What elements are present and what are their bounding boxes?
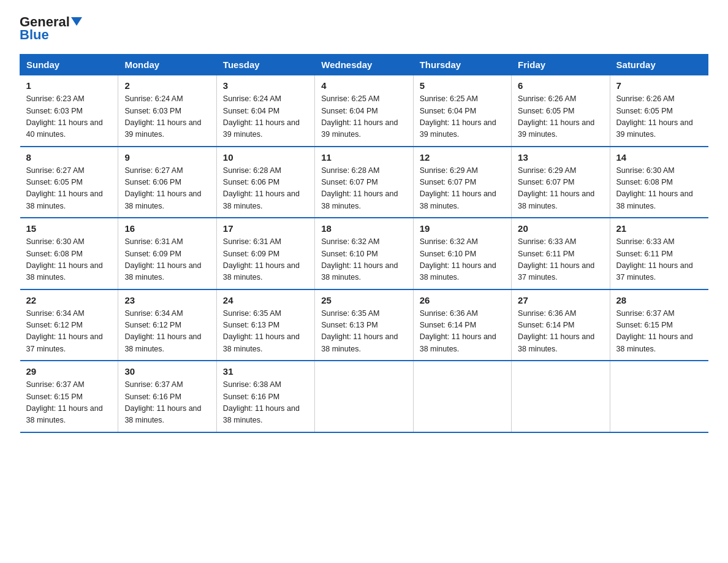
day-number: 20 bbox=[518, 223, 603, 234]
day-info: Sunrise: 6:26 AM Sunset: 6:05 PM Dayligh… bbox=[518, 93, 603, 141]
week-row-1: 1 Sunrise: 6:23 AM Sunset: 6:03 PM Dayli… bbox=[20, 75, 708, 147]
weekday-header-sunday: Sunday bbox=[20, 55, 118, 75]
day-number: 31 bbox=[223, 366, 308, 377]
day-info: Sunrise: 6:34 AM Sunset: 6:12 PM Dayligh… bbox=[124, 308, 210, 356]
logo-triangle-icon bbox=[71, 17, 82, 26]
day-number: 13 bbox=[518, 152, 603, 163]
day-info: Sunrise: 6:34 AM Sunset: 6:12 PM Dayligh… bbox=[26, 308, 112, 356]
weekday-header-friday: Friday bbox=[512, 55, 610, 75]
day-number: 14 bbox=[616, 152, 702, 163]
day-number: 24 bbox=[223, 295, 308, 305]
calendar-cell: 25 Sunrise: 6:35 AM Sunset: 6:13 PM Dayl… bbox=[315, 289, 413, 361]
calendar-cell: 6 Sunrise: 6:26 AM Sunset: 6:05 PM Dayli… bbox=[512, 75, 610, 147]
calendar-cell bbox=[512, 361, 610, 432]
week-row-5: 29 Sunrise: 6:37 AM Sunset: 6:15 PM Dayl… bbox=[20, 361, 708, 432]
calendar-cell: 31 Sunrise: 6:38 AM Sunset: 6:16 PM Dayl… bbox=[216, 361, 314, 432]
day-info: Sunrise: 6:36 AM Sunset: 6:14 PM Dayligh… bbox=[518, 308, 603, 356]
calendar-cell bbox=[315, 361, 413, 432]
day-number: 9 bbox=[124, 152, 210, 163]
day-number: 11 bbox=[321, 152, 406, 163]
calendar-cell bbox=[413, 361, 511, 432]
day-info: Sunrise: 6:37 AM Sunset: 6:16 PM Dayligh… bbox=[124, 379, 210, 427]
calendar-cell: 11 Sunrise: 6:28 AM Sunset: 6:07 PM Dayl… bbox=[315, 147, 413, 218]
calendar-cell: 7 Sunrise: 6:26 AM Sunset: 6:05 PM Dayli… bbox=[610, 75, 708, 147]
day-info: Sunrise: 6:27 AM Sunset: 6:06 PM Dayligh… bbox=[124, 165, 210, 213]
calendar-cell: 22 Sunrise: 6:34 AM Sunset: 6:12 PM Dayl… bbox=[20, 289, 118, 361]
day-info: Sunrise: 6:36 AM Sunset: 6:14 PM Dayligh… bbox=[420, 308, 505, 356]
calendar-cell: 27 Sunrise: 6:36 AM Sunset: 6:14 PM Dayl… bbox=[512, 289, 610, 361]
day-number: 19 bbox=[420, 223, 505, 234]
calendar-cell: 9 Sunrise: 6:27 AM Sunset: 6:06 PM Dayli… bbox=[118, 147, 216, 218]
day-number: 5 bbox=[420, 80, 505, 91]
weekday-header-monday: Monday bbox=[118, 55, 216, 75]
day-info: Sunrise: 6:25 AM Sunset: 6:04 PM Dayligh… bbox=[321, 93, 406, 141]
week-row-3: 15 Sunrise: 6:30 AM Sunset: 6:08 PM Dayl… bbox=[20, 218, 708, 289]
page-header: General Blue bbox=[20, 15, 708, 43]
day-info: Sunrise: 6:24 AM Sunset: 6:04 PM Dayligh… bbox=[223, 93, 308, 141]
day-number: 23 bbox=[124, 295, 210, 305]
calendar-cell: 16 Sunrise: 6:31 AM Sunset: 6:09 PM Dayl… bbox=[118, 218, 216, 289]
day-number: 26 bbox=[420, 295, 505, 305]
day-info: Sunrise: 6:30 AM Sunset: 6:08 PM Dayligh… bbox=[26, 236, 112, 284]
calendar-cell: 17 Sunrise: 6:31 AM Sunset: 6:09 PM Dayl… bbox=[216, 218, 314, 289]
day-number: 7 bbox=[616, 80, 702, 91]
calendar-cell bbox=[610, 361, 708, 432]
day-info: Sunrise: 6:38 AM Sunset: 6:16 PM Dayligh… bbox=[223, 379, 308, 427]
calendar-cell: 10 Sunrise: 6:28 AM Sunset: 6:06 PM Dayl… bbox=[216, 147, 314, 218]
calendar-cell: 20 Sunrise: 6:33 AM Sunset: 6:11 PM Dayl… bbox=[512, 218, 610, 289]
day-number: 3 bbox=[223, 80, 308, 91]
logo-blue: Blue bbox=[20, 27, 49, 43]
day-number: 28 bbox=[616, 295, 702, 305]
calendar-cell: 21 Sunrise: 6:33 AM Sunset: 6:11 PM Dayl… bbox=[610, 218, 708, 289]
weekday-header-tuesday: Tuesday bbox=[216, 55, 314, 75]
day-number: 2 bbox=[124, 80, 210, 91]
day-number: 16 bbox=[124, 223, 210, 234]
calendar-cell: 19 Sunrise: 6:32 AM Sunset: 6:10 PM Dayl… bbox=[413, 218, 511, 289]
day-number: 25 bbox=[321, 295, 406, 305]
weekday-header-wednesday: Wednesday bbox=[315, 55, 413, 75]
day-info: Sunrise: 6:35 AM Sunset: 6:13 PM Dayligh… bbox=[223, 308, 308, 356]
calendar-cell: 15 Sunrise: 6:30 AM Sunset: 6:08 PM Dayl… bbox=[20, 218, 118, 289]
day-number: 29 bbox=[26, 366, 112, 377]
weekday-header-row: SundayMondayTuesdayWednesdayThursdayFrid… bbox=[20, 55, 708, 75]
day-info: Sunrise: 6:35 AM Sunset: 6:13 PM Dayligh… bbox=[321, 308, 406, 356]
day-info: Sunrise: 6:32 AM Sunset: 6:10 PM Dayligh… bbox=[420, 236, 505, 284]
calendar-cell: 2 Sunrise: 6:24 AM Sunset: 6:03 PM Dayli… bbox=[118, 75, 216, 147]
day-info: Sunrise: 6:29 AM Sunset: 6:07 PM Dayligh… bbox=[420, 165, 505, 213]
calendar-cell: 3 Sunrise: 6:24 AM Sunset: 6:04 PM Dayli… bbox=[216, 75, 314, 147]
calendar-cell: 8 Sunrise: 6:27 AM Sunset: 6:05 PM Dayli… bbox=[20, 147, 118, 218]
calendar-cell: 12 Sunrise: 6:29 AM Sunset: 6:07 PM Dayl… bbox=[413, 147, 511, 218]
calendar-cell: 23 Sunrise: 6:34 AM Sunset: 6:12 PM Dayl… bbox=[118, 289, 216, 361]
day-number: 15 bbox=[26, 223, 112, 234]
day-info: Sunrise: 6:33 AM Sunset: 6:11 PM Dayligh… bbox=[518, 236, 603, 284]
day-number: 1 bbox=[26, 80, 112, 91]
calendar-cell: 28 Sunrise: 6:37 AM Sunset: 6:15 PM Dayl… bbox=[610, 289, 708, 361]
day-info: Sunrise: 6:29 AM Sunset: 6:07 PM Dayligh… bbox=[518, 165, 603, 213]
day-info: Sunrise: 6:24 AM Sunset: 6:03 PM Dayligh… bbox=[124, 93, 210, 141]
day-info: Sunrise: 6:31 AM Sunset: 6:09 PM Dayligh… bbox=[124, 236, 210, 284]
calendar-cell: 18 Sunrise: 6:32 AM Sunset: 6:10 PM Dayl… bbox=[315, 218, 413, 289]
calendar-cell: 13 Sunrise: 6:29 AM Sunset: 6:07 PM Dayl… bbox=[512, 147, 610, 218]
day-info: Sunrise: 6:31 AM Sunset: 6:09 PM Dayligh… bbox=[223, 236, 308, 284]
calendar-cell: 14 Sunrise: 6:30 AM Sunset: 6:08 PM Dayl… bbox=[610, 147, 708, 218]
calendar-cell: 1 Sunrise: 6:23 AM Sunset: 6:03 PM Dayli… bbox=[20, 75, 118, 147]
day-number: 6 bbox=[518, 80, 603, 91]
weekday-header-saturday: Saturday bbox=[610, 55, 708, 75]
day-info: Sunrise: 6:23 AM Sunset: 6:03 PM Dayligh… bbox=[26, 93, 112, 141]
day-number: 27 bbox=[518, 295, 603, 305]
calendar-cell: 26 Sunrise: 6:36 AM Sunset: 6:14 PM Dayl… bbox=[413, 289, 511, 361]
day-info: Sunrise: 6:37 AM Sunset: 6:15 PM Dayligh… bbox=[26, 379, 112, 427]
day-number: 10 bbox=[223, 152, 308, 163]
calendar-cell: 5 Sunrise: 6:25 AM Sunset: 6:04 PM Dayli… bbox=[413, 75, 511, 147]
day-info: Sunrise: 6:25 AM Sunset: 6:04 PM Dayligh… bbox=[420, 93, 505, 141]
day-info: Sunrise: 6:28 AM Sunset: 6:07 PM Dayligh… bbox=[321, 165, 406, 213]
calendar-cell: 4 Sunrise: 6:25 AM Sunset: 6:04 PM Dayli… bbox=[315, 75, 413, 147]
calendar-cell: 29 Sunrise: 6:37 AM Sunset: 6:15 PM Dayl… bbox=[20, 361, 118, 432]
day-info: Sunrise: 6:28 AM Sunset: 6:06 PM Dayligh… bbox=[223, 165, 308, 213]
day-info: Sunrise: 6:26 AM Sunset: 6:05 PM Dayligh… bbox=[616, 93, 702, 141]
day-number: 8 bbox=[26, 152, 112, 163]
calendar-table: SundayMondayTuesdayWednesdayThursdayFrid… bbox=[20, 54, 708, 433]
day-info: Sunrise: 6:27 AM Sunset: 6:05 PM Dayligh… bbox=[26, 165, 112, 213]
day-info: Sunrise: 6:33 AM Sunset: 6:11 PM Dayligh… bbox=[616, 236, 702, 284]
weekday-header-thursday: Thursday bbox=[413, 55, 511, 75]
